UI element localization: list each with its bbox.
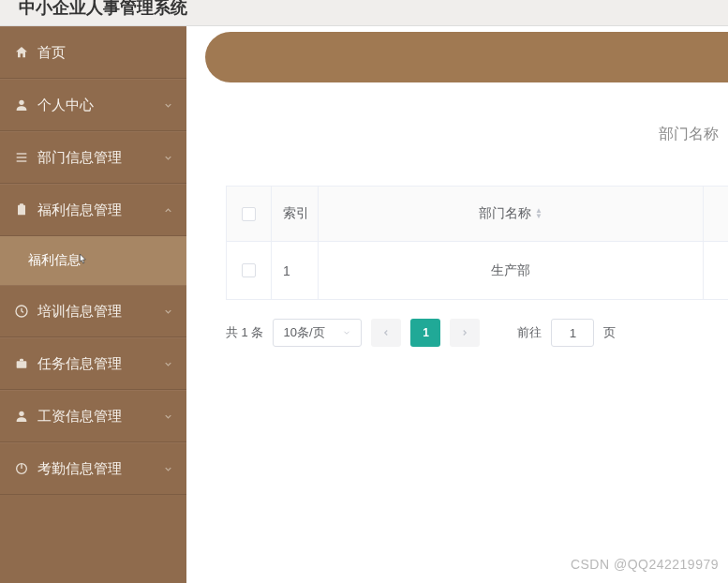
list-icon: [13, 149, 30, 166]
td-dept: 生产部: [319, 242, 704, 299]
sidebar-item-label: 工资信息管理: [37, 408, 122, 426]
chevron-up-icon: [163, 205, 173, 216]
th-dept[interactable]: 部门名称 ▲▼: [319, 187, 704, 241]
checkbox-icon[interactable]: [242, 263, 256, 277]
filter-row: 部门名称: [186, 82, 728, 186]
data-table: 索引 部门名称 ▲▼ 1 生产部: [226, 186, 728, 300]
sidebar-item-department[interactable]: 部门信息管理: [0, 131, 186, 184]
sidebar-item-training[interactable]: 培训信息管理: [0, 285, 186, 337]
filter-label-dept: 部门名称: [659, 125, 719, 144]
chevron-down-icon: [163, 306, 173, 317]
table-header: 索引 部门名称 ▲▼: [227, 187, 728, 241]
sidebar-item-label: 部门信息管理: [37, 149, 122, 167]
chevron-down-icon: [163, 100, 173, 111]
sidebar-subitem-label: 福利信息: [28, 252, 81, 269]
svg-point-0: [19, 100, 23, 105]
sidebar-item-welfare[interactable]: 福利信息管理: [0, 184, 186, 236]
sidebar-item-label: 福利信息管理: [37, 202, 122, 219]
chevron-right-icon: [460, 328, 469, 337]
sidebar-item-label: 首页: [37, 44, 66, 62]
sidebar-item-personal[interactable]: 个人中心: [0, 79, 186, 131]
sidebar-item-label: 考勤信息管理: [37, 460, 122, 478]
checkbox-icon[interactable]: [242, 207, 256, 221]
sidebar-item-label: 任务信息管理: [37, 355, 122, 373]
home-icon: [13, 44, 30, 61]
svg-rect-4: [18, 205, 25, 216]
briefcase-icon: [13, 355, 30, 372]
page-number-button[interactable]: 1: [410, 319, 440, 347]
table-row[interactable]: 1 生产部: [227, 241, 728, 299]
cursor-pointer-icon: [75, 251, 90, 268]
sidebar-item-attendance[interactable]: 考勤信息管理: [0, 442, 186, 495]
page-next-button[interactable]: [450, 319, 480, 347]
svg-point-8: [19, 411, 23, 416]
sidebar-item-home[interactable]: 首页: [0, 26, 186, 79]
chevron-down-icon: [163, 153, 173, 163]
main-content: 部门名称 索引 部门名称 ▲▼ 1 生产部: [186, 26, 728, 583]
sidebar-item-label: 个人中心: [37, 97, 94, 114]
top-bar: [205, 32, 728, 82]
user-icon: [13, 408, 30, 425]
svg-rect-7: [17, 361, 27, 367]
page-goto-input[interactable]: [551, 319, 594, 347]
pagination: 共 1 条 10条/页 1 前往 页: [226, 319, 728, 347]
sidebar-item-label: 培训信息管理: [37, 303, 122, 321]
th-extra: [704, 187, 728, 241]
td-checkbox[interactable]: [227, 242, 272, 299]
sidebar: 首页 个人中心 部门信息管理 福利信息管理: [0, 26, 186, 583]
svg-rect-5: [20, 203, 23, 206]
app-header: 中小企业人事管理系统: [0, 0, 728, 26]
sidebar-item-salary[interactable]: 工资信息管理: [0, 390, 186, 442]
clock-icon: [13, 303, 30, 320]
td-index: 1: [272, 242, 319, 299]
chevron-down-icon: [342, 328, 351, 337]
chevron-down-icon: [163, 359, 173, 369]
chevron-left-icon: [381, 328, 391, 337]
th-index[interactable]: 索引: [272, 187, 319, 241]
chevron-down-icon: [163, 464, 173, 474]
sort-icon[interactable]: ▲▼: [535, 208, 542, 219]
goto-suffix: 页: [603, 324, 616, 341]
sidebar-subitem-welfare-info[interactable]: 福利信息: [0, 236, 186, 285]
sidebar-item-task[interactable]: 任务信息管理: [0, 337, 186, 390]
user-icon: [13, 97, 30, 113]
page-size-select[interactable]: 10条/页: [273, 319, 362, 347]
power-icon: [13, 460, 30, 477]
app-title: 中小企业人事管理系统: [19, 0, 187, 19]
goto-prefix: 前往: [517, 324, 542, 341]
watermark: CSDN @QQ242219979: [571, 557, 719, 572]
clipboard-icon: [13, 202, 30, 218]
th-checkbox[interactable]: [227, 187, 272, 241]
pagination-total: 共 1 条: [226, 324, 263, 341]
chevron-down-icon: [163, 411, 173, 422]
page-prev-button[interactable]: [371, 319, 401, 347]
